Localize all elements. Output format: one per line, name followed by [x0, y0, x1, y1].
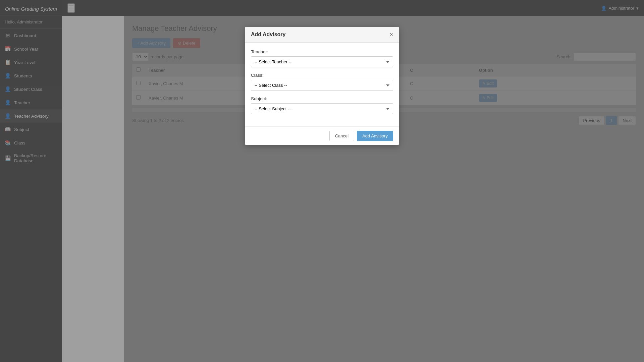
class-field-group: Class: -- Select Class -- — [251, 73, 393, 91]
teacher-select[interactable]: -- Select Teacher -- — [251, 56, 393, 67]
modal-overlay: Add Advisory × Teacher: -- Select Teache… — [0, 0, 644, 362]
modal-close-button[interactable]: × — [389, 32, 393, 38]
modal-footer: Cancel Add Advisory — [245, 126, 399, 145]
subject-field-group: Subject: -- Select Subject -- — [251, 96, 393, 114]
subject-label: Subject: — [251, 96, 393, 101]
add-advisory-modal: Add Advisory × Teacher: -- Select Teache… — [245, 27, 399, 145]
teacher-label: Teacher: — [251, 49, 393, 54]
modal-header: Add Advisory × — [245, 27, 399, 43]
submit-button[interactable]: Add Advisory — [357, 131, 393, 141]
teacher-field-group: Teacher: -- Select Teacher -- — [251, 49, 393, 67]
modal-body: Teacher: -- Select Teacher -- Class: -- … — [245, 43, 399, 126]
cancel-button[interactable]: Cancel — [329, 131, 354, 141]
subject-select[interactable]: -- Select Subject -- — [251, 103, 393, 114]
class-select[interactable]: -- Select Class -- — [251, 80, 393, 91]
class-label: Class: — [251, 73, 393, 78]
modal-title: Add Advisory — [251, 32, 285, 38]
